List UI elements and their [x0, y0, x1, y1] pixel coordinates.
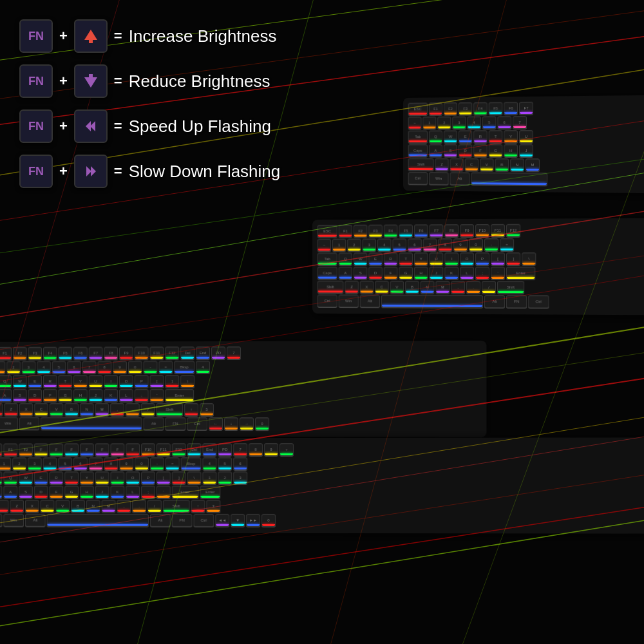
fn-key-1: FN [19, 19, 53, 53]
shortcut-row-slow-down: FN + = Slow Down Flashing [19, 155, 280, 188]
label-reduce-brightness: Reduce Brightness [129, 71, 270, 91]
fn-label-3: FN [28, 120, 44, 133]
svg-line-12 [0, 515, 644, 631]
label-slow-down-flashing: Slow Down Flashing [129, 162, 281, 182]
arrow-down-icon [82, 72, 100, 90]
fn-key-3: FN [19, 109, 53, 143]
arrow-up-icon [82, 27, 100, 45]
svg-line-11 [0, 412, 644, 528]
svg-marker-28 [86, 166, 91, 176]
svg-line-6 [0, 502, 644, 612]
shortcut-info-panel: FN + = Increase Brightness FN + [19, 19, 280, 188]
svg-line-20 [0, 348, 644, 457]
fn-label-4: FN [28, 165, 44, 178]
svg-line-10 [0, 322, 644, 438]
shortcut-row-reduce-brightness: FN + = Reduce Brightness [19, 64, 280, 98]
equals-2: = [114, 73, 122, 90]
svg-marker-26 [90, 121, 95, 131]
svg-marker-27 [86, 121, 91, 131]
label-increase-brightness: Increase Brightness [129, 26, 277, 46]
double-right-icon [82, 162, 100, 180]
double-left-icon [82, 117, 100, 135]
icon-key-4 [74, 155, 108, 188]
svg-line-5 [0, 431, 644, 547]
label-speed-up-flashing: Speed Up Flashing [129, 117, 271, 137]
main-container: FN + = Increase Brightness FN + [0, 0, 644, 644]
svg-marker-29 [91, 166, 96, 176]
plus-2: + [59, 73, 68, 90]
shortcut-row-speed-up: FN + = Speed Up Flashing [19, 109, 280, 143]
svg-line-2 [0, 206, 644, 322]
svg-line-15 [322, 0, 515, 644]
equals-3: = [114, 118, 122, 135]
plus-1: + [59, 28, 68, 44]
equals-1: = [114, 28, 122, 44]
equals-4: = [114, 163, 122, 180]
fn-key-4: FN [19, 155, 53, 188]
svg-line-21 [0, 470, 644, 580]
plus-3: + [59, 118, 68, 135]
icon-key-1 [74, 19, 108, 53]
fn-label-1: FN [28, 30, 44, 43]
svg-line-19 [0, 251, 644, 354]
fn-key-2: FN [19, 64, 53, 98]
plus-4: + [59, 163, 68, 180]
fn-label-2: FN [28, 75, 44, 88]
svg-rect-25 [89, 74, 93, 78]
icon-key-2 [74, 64, 108, 98]
svg-line-4 [0, 374, 644, 483]
svg-marker-22 [84, 30, 97, 40]
svg-marker-24 [84, 77, 97, 88]
icon-key-3 [74, 109, 108, 143]
svg-rect-23 [89, 39, 93, 43]
svg-line-3 [0, 270, 644, 386]
shortcut-row-increase-brightness: FN + = Increase Brightness [19, 19, 280, 53]
